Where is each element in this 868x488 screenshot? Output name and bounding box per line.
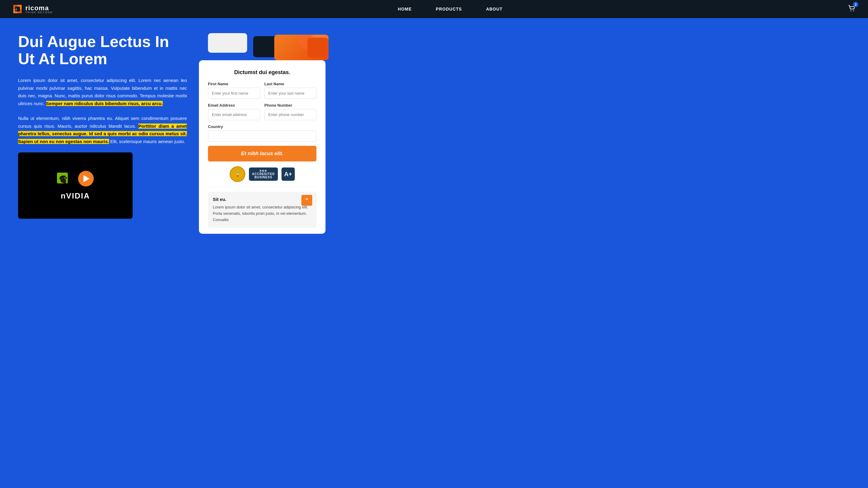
video-container[interactable]: nVIDIA bbox=[18, 153, 133, 219]
email-label: Email Address bbox=[208, 103, 260, 107]
paragraph-1: Lorem ipsum dolor sit amet, consectetur … bbox=[18, 76, 187, 107]
nav-links: HOME PRODUCTS ABOUT bbox=[398, 7, 502, 11]
last-name-label: Last Name bbox=[264, 82, 316, 86]
email-group: Email Address bbox=[208, 103, 260, 120]
deco-area bbox=[199, 33, 326, 54]
bbb-business-text: BUSINESS bbox=[254, 175, 272, 179]
main-content: Dui Augue Lectus In Ut At Lorem Lorem ip… bbox=[0, 18, 868, 249]
secure-badge: 🔒 bbox=[230, 166, 245, 182]
bbb-top-text: BBB bbox=[259, 169, 267, 172]
svg-text:r: r bbox=[16, 7, 17, 11]
para1-highlight: Semper nam ridiculus duis bibendum risus… bbox=[46, 101, 163, 106]
nvidia-logo: nVIDIA bbox=[57, 171, 94, 201]
testimonial-name: Sit eu. bbox=[213, 197, 312, 202]
nav-products[interactable]: PRODUCTS bbox=[436, 7, 462, 11]
left-panel: Dui Augue Lectus In Ut At Lorem Lorem ip… bbox=[18, 33, 187, 219]
aplus-badge: A+ bbox=[281, 167, 295, 181]
testimonial-text: Lorem ipsum dolor sit amet, consectetur … bbox=[213, 204, 312, 223]
nvidia-eye-icon bbox=[57, 173, 75, 188]
bbb-accredited-text: ACCREDITED bbox=[252, 172, 275, 175]
hero-title: Dui Augue Lectus In Ut At Lorem bbox=[18, 33, 187, 67]
lock-icon: 🔒 bbox=[234, 170, 241, 178]
nav-about[interactable]: ABOUT bbox=[486, 7, 503, 11]
bbb-badge: BBB ACCREDITED BUSINESS bbox=[249, 167, 278, 181]
phone-group: Phone Number bbox=[264, 103, 316, 120]
nvidia-brand-text: nVIDIA bbox=[61, 191, 90, 201]
logo[interactable]: r ricoma THINK BEYOND bbox=[12, 4, 53, 14]
logo-tagline: THINK BEYOND bbox=[25, 11, 53, 14]
play-triangle-icon bbox=[84, 175, 90, 182]
quote-icon: " bbox=[301, 195, 312, 206]
deco-card-white bbox=[208, 33, 247, 53]
last-name-group: Last Name bbox=[264, 82, 316, 99]
nvidia-icon-wrap bbox=[57, 171, 94, 190]
first-name-group: First Name bbox=[208, 82, 260, 99]
submit-button[interactable]: Et nibh lacus elit. bbox=[208, 146, 316, 161]
para2-end: Elit, scelerisque mauris aenean justo. bbox=[110, 139, 185, 144]
country-label: Country bbox=[208, 124, 316, 129]
play-button[interactable] bbox=[78, 171, 94, 187]
nav-home[interactable]: HOME bbox=[398, 7, 412, 11]
svg-point-7 bbox=[850, 10, 851, 11]
phone-label: Phone Number bbox=[264, 103, 316, 107]
navbar: r ricoma THINK BEYOND HOME PRODUCTS ABOU… bbox=[0, 0, 868, 18]
country-group: Country bbox=[208, 124, 316, 141]
testimonial: " Sit eu. Lorem ipsum dolor sit amet, co… bbox=[208, 192, 316, 228]
country-input[interactable] bbox=[208, 130, 316, 141]
phone-input[interactable] bbox=[264, 109, 316, 120]
cart-icon[interactable]: 2 bbox=[847, 4, 856, 14]
form-card: Dictumst dui egestas. First Name Last Na… bbox=[199, 60, 326, 234]
form-title: Dictumst dui egestas. bbox=[208, 69, 316, 76]
svg-point-11 bbox=[65, 177, 67, 179]
ricoma-logo-icon: r bbox=[12, 4, 23, 14]
trust-badges: 🔒 BBB ACCREDITED BUSINESS A+ bbox=[208, 166, 316, 187]
email-input[interactable] bbox=[208, 109, 260, 120]
first-name-label: First Name bbox=[208, 82, 260, 86]
right-panel: Dictumst dui egestas. First Name Last Na… bbox=[199, 33, 326, 234]
contact-row: Email Address Phone Number bbox=[208, 103, 316, 120]
cart-badge: 2 bbox=[853, 2, 858, 7]
first-name-input[interactable] bbox=[208, 88, 260, 99]
name-row: First Name Last Name bbox=[208, 82, 316, 99]
last-name-input[interactable] bbox=[264, 88, 316, 99]
paragraph-2: Nulla ut elementum, nibh viverra pharetr… bbox=[18, 115, 187, 145]
deco-card-red bbox=[307, 38, 329, 57]
svg-point-8 bbox=[853, 10, 854, 11]
